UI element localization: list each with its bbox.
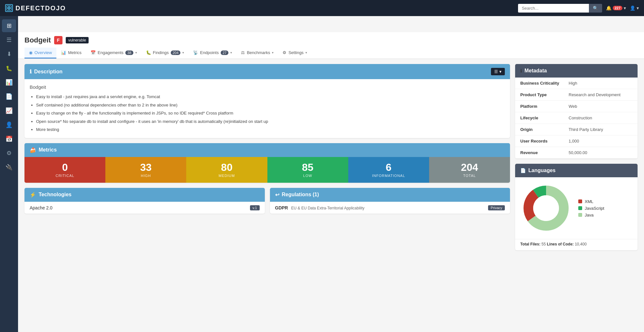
logo-icon xyxy=(5,4,13,12)
medium-label: MEDIUM xyxy=(189,174,264,178)
description-icon: ℹ xyxy=(30,69,32,75)
bell-dropdown-icon: ▾ xyxy=(624,5,626,11)
meta-row-lifecycle: Lifecycle Construction xyxy=(515,112,638,124)
content-area: ℹ Description ☰ ▾ Bodgeit Easy to instal… xyxy=(18,59,644,255)
legend-javascript: JavaScript xyxy=(578,206,604,211)
findings-tab-icon: 🐛 xyxy=(146,50,151,55)
reg-title: ↩ Regulations (1) xyxy=(275,192,319,198)
benchmarks-tab-icon: ⚖ xyxy=(241,50,245,55)
meta-row-platform: Platform Web xyxy=(515,101,638,112)
meta-val-product-type: Research and Development xyxy=(569,92,620,97)
low-label: LOW xyxy=(270,174,346,178)
sidebar-item-calendar[interactable]: 📅 xyxy=(2,133,16,145)
user-menu[interactable]: 👤 ▾ xyxy=(630,5,639,11)
endpoints-tab-icon: 📡 xyxy=(193,50,198,55)
sidebar-item-chart[interactable]: 📊 xyxy=(2,76,16,89)
bottom-cards: ⚡ Technologies Apache 2.0 v.1 ↩ Regu xyxy=(24,188,510,214)
meta-val-criticality: High xyxy=(569,81,577,86)
regulations-card: ↩ Regulations (1) GDPR EU & EU Data Extr… xyxy=(270,188,510,214)
critical-label: CRITICAL xyxy=(27,174,103,178)
metric-info: 6 INFORMATIONAL xyxy=(348,157,429,183)
tab-benchmarks-label: Benchmarks xyxy=(247,50,270,55)
java-label: Java xyxy=(585,213,593,217)
metrics-grid: 0 CRITICAL 33 HIGH 80 MEDIUM 85 LOW xyxy=(24,157,510,183)
metrics-icon: 📈 xyxy=(5,107,13,114)
description-card: ℹ Description ☰ ▾ Bodgeit Easy to instal… xyxy=(24,64,510,138)
sidebar-item-list[interactable]: ☰ xyxy=(2,33,16,46)
reg-name-1: GDPR xyxy=(275,205,288,210)
main-wrapper: Bodgeit F vulnerable ◉ Overview 📊 Metric… xyxy=(18,32,644,255)
list-icon: ☰ xyxy=(6,36,12,43)
desc-item-3: Easy to change on the fly - all the func… xyxy=(36,110,505,116)
description-card-header: ℹ Description ☰ ▾ xyxy=(24,64,510,79)
tab-benchmarks[interactable]: ⚖ Benchmarks ▾ xyxy=(236,48,278,59)
tech-name-1: Apache 2.0 xyxy=(30,205,53,210)
sidebar-item-users[interactable]: 👤 xyxy=(2,118,16,131)
lang-icon: 📄 xyxy=(520,168,526,173)
reg-desc-1: EU & EU Data Extra-Territorial Applicabi… xyxy=(291,206,364,210)
info-value: 6 xyxy=(351,162,427,172)
meta-val-revenue: 50,000.00 xyxy=(569,150,587,155)
meta-val-user-records: 1,000 xyxy=(569,139,579,143)
lang-card-header: 📄 Languages xyxy=(515,164,638,177)
metadata-card-header: ℹ Metadata xyxy=(515,64,638,78)
xml-dot xyxy=(578,199,582,203)
engagements-badge: 38 xyxy=(125,51,133,55)
sidebar-item-settings[interactable]: ⚙ xyxy=(2,147,16,160)
brand-logo: DEFECTDOJO xyxy=(5,4,66,12)
findings-caret: ▾ xyxy=(182,51,184,54)
donut-chart xyxy=(520,182,572,234)
tab-settings[interactable]: ⚙ Settings ▾ xyxy=(278,48,312,59)
meta-val-platform: Web xyxy=(569,104,577,109)
inbox-icon: ⬇ xyxy=(7,51,12,58)
svg-rect-0 xyxy=(7,6,9,8)
content-sidebar: ℹ Metadata Business Criticality High Pro… xyxy=(515,64,638,250)
tab-metrics[interactable]: 📊 Metrics xyxy=(56,48,86,59)
sidebar-item-inbox[interactable]: ⬇ xyxy=(2,48,16,60)
desc-item-2: Self contained (no additional dependenci… xyxy=(36,102,505,108)
metadata-title: Metadata xyxy=(524,68,547,74)
sidebar-item-dashboard[interactable]: ⊞ xyxy=(2,19,16,32)
notification-bell[interactable]: 🔔 227 ▾ xyxy=(606,5,626,11)
description-actions: ☰ ▾ xyxy=(491,68,505,75)
metadata-table: Business Criticality High Product Type R… xyxy=(515,78,638,159)
settings-icon: ⚙ xyxy=(6,150,12,157)
svg-rect-2 xyxy=(7,8,9,10)
sidebar-item-plugins[interactable]: 🔌 xyxy=(2,161,16,174)
benchmarks-caret: ▾ xyxy=(272,51,274,54)
search-button[interactable]: 🔍 xyxy=(589,4,602,13)
total-files-label: Total Files: xyxy=(520,242,540,246)
sidebar-item-bugs[interactable]: 🐛 xyxy=(2,62,16,75)
sidebar-item-metrics[interactable]: 📈 xyxy=(2,104,16,117)
search-input[interactable] xyxy=(518,4,589,13)
search-box: 🔍 xyxy=(518,4,602,13)
reg-icon: ↩ xyxy=(275,192,279,198)
low-value: 85 xyxy=(270,162,346,172)
tab-findings-label: Findings xyxy=(153,50,169,55)
meta-row-revenue: Revenue 50,000.00 xyxy=(515,147,638,159)
metric-medium: 80 MEDIUM xyxy=(186,157,267,183)
metrics-title: 🍰 Metrics xyxy=(30,147,57,153)
endpoints-badge: 27 xyxy=(221,51,228,55)
reg-info: GDPR EU & EU Data Extra-Territorial Appl… xyxy=(275,205,365,210)
dashboard-icon: ⊞ xyxy=(7,22,12,29)
tabs: ◉ Overview 📊 Metrics 📅 Engagements 38 ▾ … xyxy=(24,48,638,59)
description-menu-button[interactable]: ☰ ▾ xyxy=(491,68,505,75)
meta-key-user-records: User Records xyxy=(520,139,569,143)
sidebar-item-docs[interactable]: 📄 xyxy=(2,90,16,103)
tech-title: ⚡ Technologies xyxy=(30,192,72,198)
description-body: Bodgeit Easy to install - just requires … xyxy=(24,79,510,138)
tab-overview[interactable]: ◉ Overview xyxy=(24,48,56,59)
settings-caret: ▾ xyxy=(305,51,307,54)
meta-key-platform: Platform xyxy=(520,104,569,109)
page-title-row: Bodgeit F vulnerable xyxy=(24,36,638,44)
lang-chart-area: XML JavaScript Java xyxy=(515,177,638,239)
languages-card: 📄 Languages xyxy=(515,164,638,250)
tab-findings[interactable]: 🐛 Findings 204 ▾ xyxy=(141,48,189,59)
tech-icon: ⚡ xyxy=(30,192,36,198)
tab-engagements[interactable]: 📅 Engagements 38 ▾ xyxy=(86,48,141,59)
tab-endpoints[interactable]: 📡 Endpoints 27 ▾ xyxy=(188,48,236,59)
high-label: HIGH xyxy=(108,174,184,178)
metric-low: 85 LOW xyxy=(267,157,348,183)
bug-icon: 🐛 xyxy=(6,65,12,71)
